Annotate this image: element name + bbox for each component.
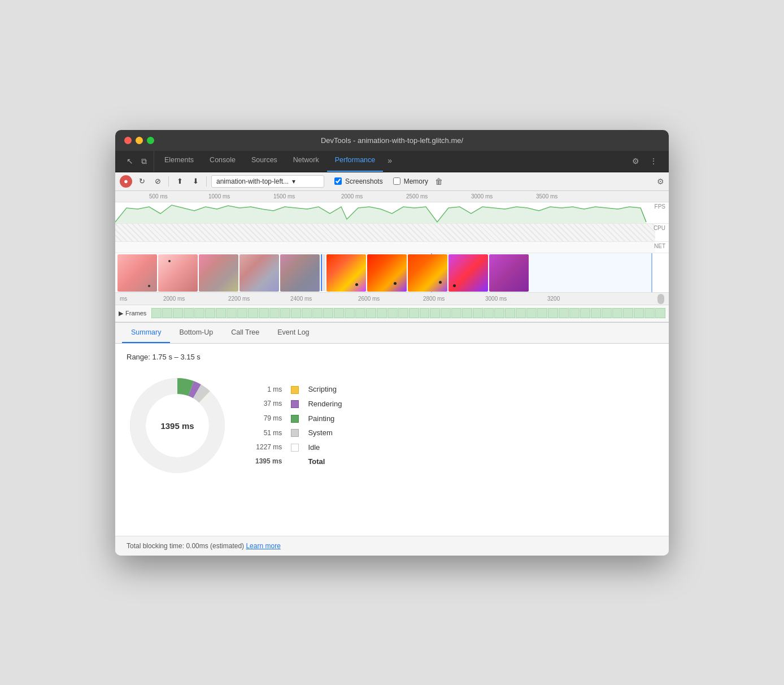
donut-chart: 1395 ms — [127, 375, 228, 476]
more-options-icon[interactable]: ⋮ — [647, 155, 660, 167]
ruler-mark-1000: 1000 ms — [208, 193, 230, 200]
frames-text: Frames — [125, 310, 146, 317]
idle-ms: 1227 ms — [251, 440, 286, 454]
scripting-ms: 1 ms — [251, 382, 286, 397]
upload-button[interactable]: ⬆ — [173, 175, 186, 188]
tab-actions: ⚙ ⋮ — [625, 151, 664, 172]
timeline-area: 500 ms 1000 ms 1500 ms 2000 ms 2500 ms 3… — [115, 191, 669, 323]
ruler-bottom-3000: 3000 ms — [485, 296, 507, 302]
frames-blocks: // Inline render of frame blocks will be… — [151, 308, 665, 318]
legend-row-scripting: 1 ms Scripting — [251, 382, 346, 397]
tab-more-icon[interactable]: » — [383, 151, 397, 172]
learn-more-link[interactable]: Learn more — [246, 542, 280, 550]
cpu-label: CPU — [654, 225, 665, 231]
frame-block — [559, 308, 569, 318]
clear-button[interactable]: ⊘ — [151, 175, 164, 188]
record-button[interactable]: ● — [120, 175, 132, 188]
minimize-button[interactable] — [136, 137, 143, 144]
scripting-label: Scripting — [303, 382, 346, 397]
memory-checkbox[interactable] — [393, 177, 400, 185]
layers-icon[interactable]: ⧉ — [139, 155, 149, 167]
frame-block — [216, 308, 226, 318]
url-text: animation-with-top-left... — [216, 177, 289, 185]
screenshot-thumb-6 — [326, 254, 366, 292]
rendering-label: Rendering — [303, 397, 346, 411]
devtools-inspect-icons: ↖ ⧉ — [120, 151, 154, 172]
frame-block — [377, 308, 387, 318]
painting-label: Painting — [303, 411, 346, 426]
legend-table: 1 ms Scripting 37 ms Rendering — [251, 382, 346, 469]
net-label: NET — [654, 243, 665, 249]
frame-block — [655, 308, 665, 318]
frame-block — [494, 308, 504, 318]
ruler-mark-3500: 3500 ms — [536, 193, 557, 200]
screenshot-thumb-1 — [117, 254, 157, 292]
frame-block — [355, 308, 365, 318]
ruler-bottom-2000: 2000 ms — [163, 296, 185, 302]
screenshot-thumb-9 — [448, 254, 488, 292]
tab-sources[interactable]: Sources — [243, 151, 285, 172]
screenshot-thumb-7 — [367, 254, 407, 292]
frame-block — [548, 308, 558, 318]
legend-row-idle: 1227 ms Idle — [251, 440, 346, 454]
cpu-row: CPU — [115, 224, 669, 242]
bottom-bar: Total blocking time: 0.00ms (estimated) … — [115, 536, 669, 556]
tab-bottom-up[interactable]: Bottom-Up — [170, 323, 222, 343]
frame-block — [280, 308, 290, 318]
analysis-content: Range: 1.75 s – 3.15 s — [115, 344, 669, 536]
frame-block — [462, 308, 472, 318]
memory-checkbox-group: Memory — [393, 177, 428, 185]
trash-icon[interactable]: 🗑 — [435, 177, 443, 186]
rendering-ms: 37 ms — [251, 397, 286, 411]
fps-row: FPS — [115, 202, 669, 224]
frame-block — [227, 308, 237, 318]
devtools-window: DevTools - animation-with-top-left.glitc… — [115, 130, 669, 556]
frame-block — [441, 308, 451, 318]
cursor-icon[interactable]: ↖ — [124, 155, 136, 167]
frame-block — [634, 308, 644, 318]
tab-summary[interactable]: Summary — [122, 323, 170, 343]
download-button[interactable]: ⬇ — [189, 175, 202, 188]
settings-icon[interactable]: ⚙ — [630, 155, 642, 167]
frame-block — [205, 308, 215, 318]
frame-block — [248, 308, 258, 318]
tab-elements[interactable]: Elements — [156, 151, 202, 172]
timeline-top-ruler: 500 ms 1000 ms 1500 ms 2000 ms 2500 ms 3… — [115, 191, 669, 202]
frame-block — [259, 308, 269, 318]
close-button[interactable] — [124, 137, 132, 144]
net-row: NET — [115, 242, 669, 253]
legend-row-rendering: 37 ms Rendering — [251, 397, 346, 411]
url-dropdown[interactable]: animation-with-top-left... ▾ — [211, 175, 324, 188]
tab-console[interactable]: Console — [202, 151, 243, 172]
frame-block — [291, 308, 301, 318]
frame-block — [451, 308, 461, 318]
system-ms: 51 ms — [251, 426, 286, 440]
frame-block — [345, 308, 355, 318]
traffic-lights — [124, 137, 154, 144]
capture-settings-icon[interactable]: ⚙ — [657, 177, 664, 186]
frame-block — [302, 308, 312, 318]
frame-block — [312, 308, 323, 318]
screenshots-checkbox[interactable] — [334, 177, 342, 185]
idle-label: Idle — [303, 440, 346, 454]
frame-block — [526, 308, 537, 318]
frame-block — [269, 308, 280, 318]
frame-block — [366, 308, 376, 318]
ruler-bottom-2200: 2200 ms — [228, 296, 250, 302]
tab-call-tree[interactable]: Call Tree — [222, 323, 268, 343]
tab-network[interactable]: Network — [285, 151, 327, 172]
screenshot-thumb-4 — [239, 254, 279, 292]
frames-triangle-icon[interactable]: ▶ — [119, 310, 123, 317]
separator-1 — [168, 176, 169, 187]
memory-label: Memory — [404, 177, 428, 185]
reload-record-button[interactable]: ↻ — [136, 175, 148, 188]
maximize-button[interactable] — [147, 137, 154, 144]
screenshot-thumb-2 — [158, 254, 198, 292]
summary-body: 1395 ms 1 ms Scripting 37 ms — [127, 375, 657, 476]
tab-event-log[interactable]: Event Log — [268, 323, 318, 343]
tab-performance[interactable]: Performance — [327, 151, 384, 172]
ruler-bottom-2400: 2400 ms — [290, 296, 312, 302]
frame-block — [623, 308, 633, 318]
screenshots-checkbox-group: Screenshots — [334, 177, 383, 185]
performance-toolbar: ● ↻ ⊘ ⬆ ⬇ animation-with-top-left... ▾ S… — [115, 172, 669, 191]
